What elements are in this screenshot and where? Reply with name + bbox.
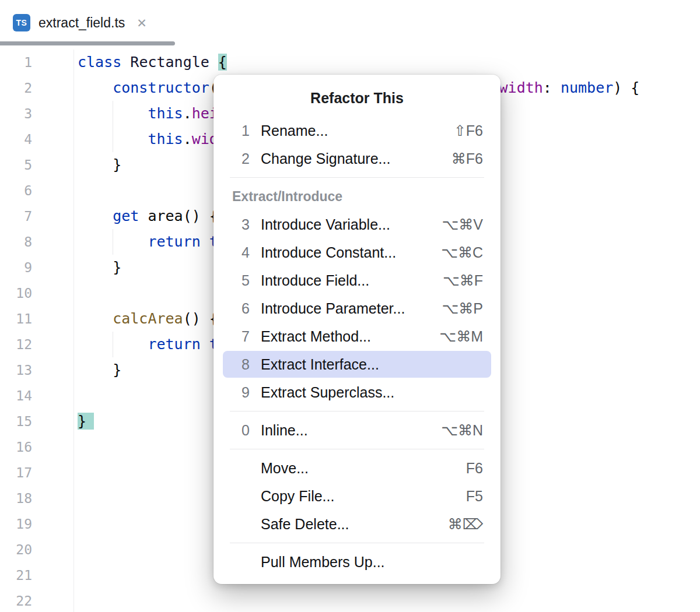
menu-separator [214,406,501,416]
typescript-file-icon: TS [13,14,30,31]
menu-item-mnemonic: 8 [242,356,261,373]
line-number[interactable]: 8 [0,229,32,255]
menu-item-label: Safe Delete... [261,516,441,533]
menu-item-extract-method[interactable]: 7Extract Method...⌥⌘M [214,322,501,350]
menu-item-label: Pull Members Up... [261,554,483,571]
close-icon[interactable]: ✕ [136,17,147,29]
menu-item-mnemonic: 3 [242,216,261,233]
menu-item-mnemonic: 1 [242,122,261,139]
line-number[interactable]: 17 [0,460,32,486]
line-number[interactable]: 4 [0,126,32,152]
refactor-menu-items: 1Rename...⇧F62Change Signature...⌘F6Extr… [214,117,501,576]
line-number[interactable]: 16 [0,434,32,460]
code-text: get area() { [78,203,218,229]
menu-item-move[interactable]: Move...F6 [214,454,501,482]
tab-extract-field-ts[interactable]: TS extract_field.ts ✕ [13,0,147,45]
menu-item-label: Introduce Parameter... [261,300,435,317]
menu-separator [214,538,501,548]
line-number[interactable]: 19 [0,511,32,537]
menu-item-mnemonic: 6 [242,300,261,317]
line-number[interactable]: 15 [0,409,32,434]
menu-item-safe-delete[interactable]: Safe Delete...⌘⌦ [214,510,501,538]
menu-item-mnemonic: 7 [242,328,261,345]
menu-item-extract-interface[interactable]: 8Extract Interface... [214,350,501,378]
menu-item-shortcut: ⌥⌘M [439,328,483,345]
menu-separator [214,173,501,182]
menu-item-mnemonic: 5 [242,272,261,289]
menu-item-extract-superclass[interactable]: 9Extract Superclass... [214,378,501,406]
indent-guide [113,229,113,255]
code-text: } [78,357,121,383]
menu-item-introduce-parameter[interactable]: 6Introduce Parameter...⌥⌘P [214,294,501,322]
code-text: } [78,255,121,280]
menu-item-label: Introduce Field... [261,272,436,289]
menu-item-mnemonic: 4 [242,244,261,261]
tab-underline [0,41,175,45]
menu-item-label: Extract Superclass... [261,384,483,401]
refactor-popup: Refactor This 1Rename...⇧F62Change Signa… [214,75,501,584]
menu-item-label: Extract Method... [261,328,432,345]
menu-item-shortcut: F5 [466,488,483,505]
menu-item-inline[interactable]: 0Inline...⌥⌘N [214,416,501,444]
line-number[interactable]: 11 [0,306,32,332]
tab-filename: extract_field.ts [38,15,125,31]
line-number[interactable]: 14 [0,383,32,409]
code-text: } [78,152,121,178]
menu-item-shortcut: ⌥⌘V [442,216,483,233]
menu-item-mnemonic: 9 [242,384,261,401]
line-number[interactable]: 9 [0,255,32,280]
menu-item-change-signature[interactable]: 2Change Signature...⌘F6 [214,145,501,173]
menu-item-shortcut: F6 [466,460,483,477]
line-number[interactable]: 7 [0,203,32,229]
menu-item-rename[interactable]: 1Rename...⇧F6 [214,117,501,145]
indent-guide [113,101,113,152]
indent-guide [113,332,113,357]
menu-section-header: Extract/Introduce [214,182,501,210]
menu-item-label: Rename... [261,122,447,139]
menu-item-label: Inline... [261,422,434,439]
menu-item-mnemonic: 0 [242,422,261,439]
menu-item-introduce-constant[interactable]: 4Introduce Constant...⌥⌘C [214,238,501,266]
menu-item-shortcut: ⇧F6 [454,122,483,139]
line-number[interactable]: 1 [0,50,32,75]
menu-item-label: Extract Interface... [261,356,483,373]
menu-item-shortcut: ⌥⌘C [441,244,483,261]
menu-item-introduce-field[interactable]: 5Introduce Field...⌥⌘F [214,266,501,294]
menu-item-label: Introduce Constant... [261,244,434,261]
line-number[interactable]: 18 [0,486,32,511]
line-number[interactable]: 22 [0,588,32,612]
line-number[interactable]: 20 [0,537,32,562]
line-number[interactable]: 21 [0,562,32,588]
code-text: class Rectangle { [78,50,227,75]
line-number[interactable]: 13 [0,357,32,383]
menu-separator [214,444,501,454]
menu-item-label: Introduce Variable... [261,216,435,233]
menu-item-label: Move... [261,460,459,477]
code-text: } [78,409,94,434]
line-number[interactable]: 12 [0,332,32,357]
menu-item-mnemonic: 2 [242,150,261,167]
menu-item-introduce-variable[interactable]: 3Introduce Variable...⌥⌘V [214,210,501,238]
menu-item-label: Copy File... [261,488,459,505]
menu-item-shortcut: ⌘F6 [452,150,483,167]
code-line[interactable]: 1class Rectangle { [0,50,700,75]
menu-item-copy-file[interactable]: Copy File...F5 [214,482,501,510]
line-number[interactable]: 2 [0,75,32,101]
menu-item-shortcut: ⌥⌘P [442,300,483,317]
line-number[interactable]: 6 [0,178,32,203]
popup-title: Refactor This [214,83,501,117]
tab-bar: TS extract_field.ts ✕ [0,0,700,45]
line-number[interactable]: 3 [0,101,32,126]
line-number[interactable]: 10 [0,280,32,306]
code-text: calcArea() { [78,306,218,332]
menu-item-shortcut: ⌥⌘N [441,422,483,439]
gutter-separator [74,50,74,612]
menu-item-label: Change Signature... [261,150,444,167]
line-number[interactable]: 5 [0,152,32,178]
code-line[interactable]: 22 [0,588,700,612]
menu-item-pull-members-up[interactable]: Pull Members Up... [214,548,501,576]
menu-item-shortcut: ⌘⌦ [448,516,483,533]
menu-item-shortcut: ⌥⌘F [443,272,483,289]
